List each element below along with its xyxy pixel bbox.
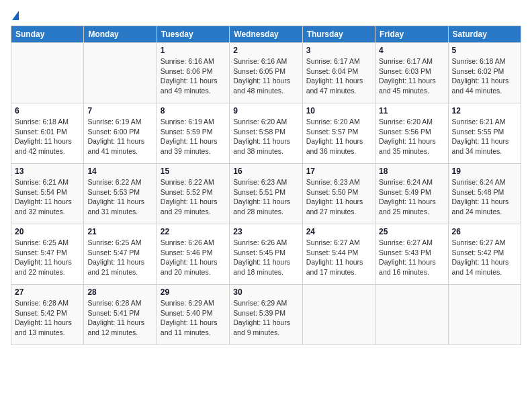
day-number: 30 [233,287,298,297]
day-cell: 16Sunrise: 6:23 AM Sunset: 5:51 PM Dayli… [230,164,302,224]
day-number: 2 [233,46,298,55]
day-cell: 11Sunrise: 6:20 AM Sunset: 5:56 PM Dayli… [375,103,448,164]
day-number: 3 [306,46,371,55]
day-number: 18 [379,167,444,176]
header-cell-saturday: Saturday [448,26,521,43]
week-row-1: 1Sunrise: 6:16 AM Sunset: 6:06 PM Daylig… [11,43,521,103]
day-info: Sunrise: 6:24 AM Sunset: 5:48 PM Dayligh… [452,177,517,217]
day-cell: 12Sunrise: 6:21 AM Sunset: 5:55 PM Dayli… [448,103,521,164]
day-info: Sunrise: 6:16 AM Sunset: 6:06 PM Dayligh… [161,56,226,96]
day-cell: 5Sunrise: 6:18 AM Sunset: 6:02 PM Daylig… [448,43,521,103]
day-info: Sunrise: 6:20 AM Sunset: 5:57 PM Dayligh… [306,117,371,156]
day-info: Sunrise: 6:24 AM Sunset: 5:49 PM Dayligh… [379,177,444,217]
day-number: 14 [87,167,152,176]
day-cell: 22Sunrise: 6:26 AM Sunset: 5:46 PM Dayli… [157,224,229,285]
day-number: 1 [161,46,226,55]
header [11,11,521,20]
day-cell: 9Sunrise: 6:20 AM Sunset: 5:58 PM Daylig… [230,103,302,164]
day-cell: 20Sunrise: 6:25 AM Sunset: 5:47 PM Dayli… [11,224,84,285]
day-number: 19 [452,167,517,176]
day-info: Sunrise: 6:29 AM Sunset: 5:39 PM Dayligh… [233,298,298,338]
day-cell: 26Sunrise: 6:27 AM Sunset: 5:42 PM Dayli… [448,224,521,285]
header-cell-wednesday: Wednesday [230,26,302,43]
header-row: SundayMondayTuesdayWednesdayThursdayFrid… [11,26,521,43]
day-cell [448,285,521,345]
day-number: 4 [379,46,444,55]
calendar-body: 1Sunrise: 6:16 AM Sunset: 6:06 PM Daylig… [11,43,521,345]
day-cell [375,285,448,345]
day-cell: 18Sunrise: 6:24 AM Sunset: 5:49 PM Dayli… [375,164,448,224]
day-cell: 19Sunrise: 6:24 AM Sunset: 5:48 PM Dayli… [448,164,521,224]
calendar-header: SundayMondayTuesdayWednesdayThursdayFrid… [11,26,521,43]
day-cell: 4Sunrise: 6:17 AM Sunset: 6:03 PM Daylig… [375,43,448,103]
day-number: 6 [15,106,80,116]
day-info: Sunrise: 6:22 AM Sunset: 5:52 PM Dayligh… [161,177,226,217]
week-row-4: 20Sunrise: 6:25 AM Sunset: 5:47 PM Dayli… [11,224,521,285]
day-number: 10 [306,106,371,116]
day-info: Sunrise: 6:28 AM Sunset: 5:41 PM Dayligh… [87,298,152,338]
day-info: Sunrise: 6:20 AM Sunset: 5:58 PM Dayligh… [233,117,298,156]
day-info: Sunrise: 6:23 AM Sunset: 5:51 PM Dayligh… [233,177,298,217]
day-info: Sunrise: 6:20 AM Sunset: 5:56 PM Dayligh… [379,117,444,156]
header-cell-thursday: Thursday [302,26,375,43]
header-cell-sunday: Sunday [11,26,84,43]
day-cell: 2Sunrise: 6:16 AM Sunset: 6:05 PM Daylig… [230,43,302,103]
day-cell: 27Sunrise: 6:28 AM Sunset: 5:42 PM Dayli… [11,285,84,345]
day-cell: 6Sunrise: 6:18 AM Sunset: 6:01 PM Daylig… [11,103,84,164]
day-cell: 3Sunrise: 6:17 AM Sunset: 6:04 PM Daylig… [302,43,375,103]
day-number: 9 [233,106,298,116]
calendar-table: SundayMondayTuesdayWednesdayThursdayFrid… [11,26,521,345]
day-cell: 23Sunrise: 6:26 AM Sunset: 5:45 PM Dayli… [230,224,302,285]
header-cell-tuesday: Tuesday [157,26,229,43]
day-info: Sunrise: 6:18 AM Sunset: 6:02 PM Dayligh… [452,56,517,96]
day-info: Sunrise: 6:22 AM Sunset: 5:53 PM Dayligh… [87,177,152,217]
day-number: 25 [379,227,444,236]
day-cell: 24Sunrise: 6:27 AM Sunset: 5:44 PM Dayli… [302,224,375,285]
day-cell [302,285,375,345]
day-info: Sunrise: 6:25 AM Sunset: 5:47 PM Dayligh… [15,238,80,277]
day-number: 8 [161,106,226,116]
day-number: 7 [87,106,152,116]
day-info: Sunrise: 6:17 AM Sunset: 6:03 PM Dayligh… [379,56,444,96]
day-number: 16 [233,167,298,176]
day-number: 12 [452,106,517,116]
day-number: 29 [161,287,226,297]
day-info: Sunrise: 6:21 AM Sunset: 5:55 PM Dayligh… [452,117,517,156]
day-info: Sunrise: 6:27 AM Sunset: 5:44 PM Dayligh… [306,238,371,277]
day-cell [84,43,157,103]
header-cell-monday: Monday [84,26,157,43]
day-cell: 8Sunrise: 6:19 AM Sunset: 5:59 PM Daylig… [157,103,229,164]
day-cell: 28Sunrise: 6:28 AM Sunset: 5:41 PM Dayli… [84,285,157,345]
day-info: Sunrise: 6:28 AM Sunset: 5:42 PM Dayligh… [15,298,80,338]
day-cell: 21Sunrise: 6:25 AM Sunset: 5:47 PM Dayli… [84,224,157,285]
day-info: Sunrise: 6:25 AM Sunset: 5:47 PM Dayligh… [87,238,152,277]
day-cell: 10Sunrise: 6:20 AM Sunset: 5:57 PM Dayli… [302,103,375,164]
logo [11,11,19,20]
day-info: Sunrise: 6:26 AM Sunset: 5:45 PM Dayligh… [233,238,298,277]
day-cell: 25Sunrise: 6:27 AM Sunset: 5:43 PM Dayli… [375,224,448,285]
day-cell: 29Sunrise: 6:29 AM Sunset: 5:40 PM Dayli… [157,285,229,345]
day-cell: 17Sunrise: 6:23 AM Sunset: 5:50 PM Dayli… [302,164,375,224]
day-info: Sunrise: 6:17 AM Sunset: 6:04 PM Dayligh… [306,56,371,96]
day-info: Sunrise: 6:27 AM Sunset: 5:42 PM Dayligh… [452,238,517,277]
day-number: 28 [87,287,152,297]
day-info: Sunrise: 6:19 AM Sunset: 5:59 PM Dayligh… [161,117,226,156]
day-number: 27 [15,287,80,297]
day-number: 5 [452,46,517,55]
week-row-3: 13Sunrise: 6:21 AM Sunset: 5:54 PM Dayli… [11,164,521,224]
day-cell [11,43,84,103]
day-number: 24 [306,227,371,236]
day-number: 13 [15,167,80,176]
day-info: Sunrise: 6:21 AM Sunset: 5:54 PM Dayligh… [15,177,80,217]
logo-triangle-icon [12,11,19,20]
day-info: Sunrise: 6:29 AM Sunset: 5:40 PM Dayligh… [161,298,226,338]
day-cell: 7Sunrise: 6:19 AM Sunset: 6:00 PM Daylig… [84,103,157,164]
day-info: Sunrise: 6:27 AM Sunset: 5:43 PM Dayligh… [379,238,444,277]
week-row-2: 6Sunrise: 6:18 AM Sunset: 6:01 PM Daylig… [11,103,521,164]
day-info: Sunrise: 6:18 AM Sunset: 6:01 PM Dayligh… [15,117,80,156]
week-row-5: 27Sunrise: 6:28 AM Sunset: 5:42 PM Dayli… [11,285,521,345]
day-number: 20 [15,227,80,236]
day-number: 21 [87,227,152,236]
day-info: Sunrise: 6:16 AM Sunset: 6:05 PM Dayligh… [233,56,298,96]
day-cell: 15Sunrise: 6:22 AM Sunset: 5:52 PM Dayli… [157,164,229,224]
